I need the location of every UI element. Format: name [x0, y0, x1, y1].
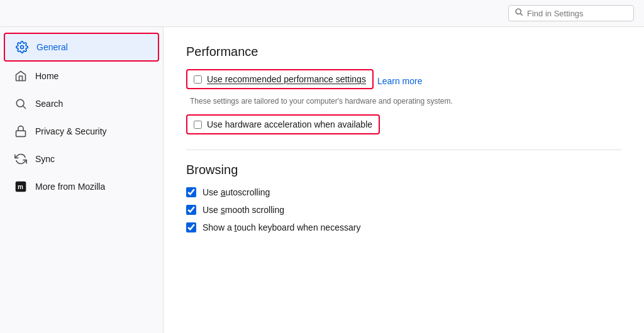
svg-point-0 — [516, 9, 521, 14]
performance-description: These settings are tailored to your comp… — [190, 97, 621, 106]
section-divider — [186, 150, 621, 150]
svg-line-1 — [521, 14, 523, 16]
home-icon — [14, 69, 28, 83]
hardware-acceleration-label-text: Use hardware acceleration when available — [207, 119, 372, 129]
hardware-acceleration-row: Use hardware acceleration when available — [186, 114, 380, 134]
autoscrolling-row: Use autoscrolling — [186, 187, 621, 197]
touch-keyboard-row: Show a touch keyboard when necessary — [186, 222, 621, 232]
mozilla-icon: m — [14, 180, 28, 194]
sidebar: General Home Search — [0, 27, 164, 333]
sidebar-item-more-from-mozilla[interactable]: m More from Mozilla — [4, 173, 159, 200]
smooth-scrolling-label[interactable]: Use smooth scrolling — [203, 205, 284, 215]
performance-section-title: Performance — [186, 45, 621, 59]
hardware-acceleration-label[interactable]: Use hardware acceleration when available — [207, 119, 372, 129]
autoscrolling-underline-char: a — [221, 187, 226, 197]
sidebar-item-mozilla-label: More from Mozilla — [35, 182, 105, 192]
search-icon — [14, 97, 28, 111]
sidebar-item-general-label: General — [36, 42, 68, 52]
sidebar-item-privacy-security-label: Privacy & Security — [35, 126, 107, 136]
hardware-acceleration-checkbox[interactable] — [194, 121, 202, 129]
svg-line-4 — [23, 106, 26, 109]
sidebar-item-general[interactable]: General — [4, 33, 159, 62]
svg-rect-5 — [16, 131, 26, 136]
svg-point-2 — [21, 46, 24, 49]
find-settings-search-icon — [515, 8, 523, 18]
recommended-settings-label[interactable]: Use recommended performance settings — [207, 74, 366, 84]
sidebar-item-privacy-security[interactable]: Privacy & Security — [4, 118, 159, 145]
svg-text:m: m — [18, 183, 23, 190]
sidebar-item-search[interactable]: Search — [4, 90, 159, 117]
recommended-settings-checkbox[interactable] — [194, 75, 202, 84]
sidebar-item-sync-label: Sync — [35, 154, 55, 164]
find-in-settings-input[interactable] — [527, 9, 627, 18]
touch-keyboard-label[interactable]: Show a touch keyboard when necessary — [203, 222, 360, 232]
sidebar-item-home[interactable]: Home — [4, 63, 159, 89]
touch-keyboard-underline-char: t — [235, 222, 237, 232]
gear-icon — [15, 40, 29, 54]
touch-keyboard-checkbox[interactable] — [186, 222, 196, 232]
smooth-scrolling-row: Use smooth scrolling — [186, 205, 621, 215]
smooth-scrolling-underline-char: s — [221, 205, 225, 215]
sidebar-item-sync[interactable]: Sync — [4, 146, 159, 172]
recommended-settings-row: Use recommended performance settings — [186, 69, 374, 89]
sync-icon — [14, 152, 28, 166]
top-bar — [0, 0, 644, 27]
main-layout: General Home Search — [0, 27, 644, 333]
find-in-settings-box[interactable] — [508, 5, 634, 21]
autoscrolling-label[interactable]: Use autoscrolling — [203, 187, 270, 197]
sidebar-item-home-label: Home — [35, 71, 58, 81]
autoscrolling-checkbox[interactable] — [186, 187, 196, 197]
learn-more-link[interactable]: Learn more — [377, 76, 423, 86]
sidebar-item-search-label: Search — [35, 99, 63, 109]
smooth-scrolling-checkbox[interactable] — [186, 205, 196, 215]
lock-icon — [14, 124, 28, 138]
content-area: Performance Use recommended performance … — [164, 27, 644, 333]
browsing-section-title: Browsing — [186, 163, 621, 177]
